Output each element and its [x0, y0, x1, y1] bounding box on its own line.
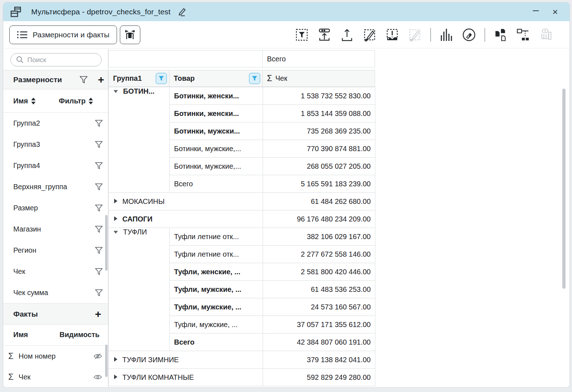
- group-cell[interactable]: САПОГИ: [109, 210, 263, 228]
- filter-icon: [95, 183, 103, 191]
- dimension-name: Размер: [13, 204, 38, 212]
- visibility-off-button[interactable]: [93, 353, 102, 360]
- close-button[interactable]: ×: [548, 5, 562, 19]
- search-input[interactable]: [10, 53, 102, 66]
- dimension-filter-icon[interactable]: [95, 204, 103, 212]
- expand-triangle-icon: [113, 216, 118, 221]
- group-cell[interactable]: ТУФЛИ КОМНАТНЫЕ: [109, 369, 263, 386]
- product-cell[interactable]: Туфли, мужские, ...: [170, 298, 263, 316]
- value-column-header[interactable]: Σ Чек: [263, 70, 375, 87]
- dimension-filter-icon[interactable]: [95, 120, 103, 127]
- group-filter-button[interactable]: [156, 73, 167, 84]
- product-cell[interactable]: Туфли, женские, ...: [170, 263, 263, 281]
- group-label: ТУФЛИ: [123, 228, 147, 236]
- product-cell[interactable]: Ботинки, мужски...: [170, 122, 263, 140]
- fact-row[interactable]: ΣНом номер: [3, 346, 108, 367]
- value-cell[interactable]: 2 581 800 420 446.00: [263, 263, 375, 281]
- dimension-row[interactable]: Верхняя_группа: [3, 176, 108, 197]
- value-cell[interactable]: 2 277 672 558 146.00: [263, 246, 375, 263]
- table-scrollbar-thumb[interactable]: [562, 89, 566, 289]
- value-cell[interactable]: 61 484 262 680.00: [263, 193, 375, 210]
- fact-row[interactable]: ΣЧек: [3, 367, 108, 387]
- dimensions-filter-icon[interactable]: [79, 76, 88, 84]
- import-icon[interactable]: [317, 27, 332, 43]
- pivot-top-header-row: Всего: [108, 50, 375, 67]
- expand-triangle-icon: [113, 198, 118, 204]
- value-cell[interactable]: 1 853 144 359 088.00: [263, 105, 375, 122]
- bar-chart-icon[interactable]: [439, 27, 454, 43]
- product-cell[interactable]: Ботинки, женски...: [170, 105, 263, 122]
- product-cell[interactable]: Всего: [170, 333, 263, 351]
- group-cell[interactable]: БОТИН...: [109, 87, 170, 193]
- value-cell[interactable]: 770 390 874 881.00: [263, 140, 375, 158]
- dimension-row[interactable]: Размер: [3, 197, 108, 219]
- product-cell[interactable]: Туфли, мужские, ...: [170, 316, 263, 333]
- minimize-button[interactable]: –: [529, 3, 543, 21]
- value-cell[interactable]: 42 384 807 060 191.00: [263, 333, 375, 351]
- structure-icon[interactable]: [516, 27, 530, 43]
- product-cell[interactable]: Туфли, мужские, ...: [170, 281, 263, 298]
- value-cell[interactable]: 96 176 480 234 209.00: [263, 210, 375, 228]
- value-cell[interactable]: 37 057 171 355 612.00: [263, 316, 375, 333]
- dimension-row[interactable]: Чек: [3, 261, 108, 282]
- facts-scrollbar-thumb[interactable]: [105, 345, 108, 377]
- product-cell[interactable]: Всего: [170, 175, 263, 193]
- product-cell[interactable]: Ботинки, мужские,...: [170, 158, 263, 175]
- group-cell[interactable]: МОКАСИНЫ: [109, 193, 263, 210]
- add-fact-button[interactable]: +: [93, 309, 103, 319]
- total-column-header: Всего: [263, 50, 375, 67]
- value-cell[interactable]: 1 538 732 552 830.00: [263, 87, 375, 105]
- facts-title: Факты: [13, 310, 38, 318]
- value-cell[interactable]: 592 829 249 280.00: [263, 369, 375, 386]
- dimension-row[interactable]: Группа2: [3, 113, 108, 134]
- dimension-row[interactable]: Чек сумма: [3, 282, 108, 303]
- expand-triangle-icon: [113, 356, 118, 362]
- dimension-name: Группа3: [13, 140, 40, 149]
- copy-multisphere-icon[interactable]: [493, 27, 508, 43]
- group-column-header[interactable]: Группа1: [108, 70, 169, 87]
- filter-column-header[interactable]: Фильтр: [59, 97, 94, 105]
- filter-icon: [95, 289, 103, 297]
- force-update-icon[interactable]: [385, 27, 399, 43]
- value-cell[interactable]: 61 483 536 253.00: [263, 281, 375, 298]
- add-calculated-icon[interactable]: [362, 27, 377, 43]
- group-cell[interactable]: ТУФЛИ ЗИМНИЕ: [109, 351, 263, 369]
- dimension-filter-icon[interactable]: [95, 289, 103, 297]
- rename-icon[interactable]: [176, 6, 187, 17]
- value-cell[interactable]: 379 138 842 041.00: [263, 351, 375, 369]
- dimensions-scrollbar-thumb[interactable]: [105, 215, 108, 271]
- dimension-row[interactable]: Группа3: [3, 134, 108, 155]
- name-column-header[interactable]: Имя: [13, 97, 36, 105]
- dimension-name: Чек сумма: [13, 289, 48, 297]
- export-icon[interactable]: [340, 27, 354, 43]
- facts-section-header: Факты +: [3, 303, 108, 324]
- product-cell[interactable]: Ботинки, женски...: [170, 87, 263, 105]
- group-cell[interactable]: ТУФЛИ: [109, 228, 170, 351]
- fit-columns-button[interactable]: [120, 25, 140, 44]
- dimension-row[interactable]: Магазин: [3, 219, 108, 240]
- product-filter-button[interactable]: [249, 73, 260, 84]
- dimension-filter-icon[interactable]: [95, 247, 103, 254]
- compass-icon[interactable]: [462, 27, 476, 43]
- dimension-filter-icon[interactable]: [95, 268, 103, 275]
- dimension-row[interactable]: Группа4: [3, 155, 108, 176]
- product-cell[interactable]: Ботинки, мужские,...: [170, 140, 263, 158]
- sigma-icon: Σ: [267, 74, 272, 83]
- dimension-row[interactable]: Регион: [3, 240, 108, 261]
- add-dimension-button[interactable]: +: [97, 74, 106, 85]
- value-cell[interactable]: 382 106 029 167.00: [263, 228, 375, 246]
- product-cell[interactable]: Туфли летние отк...: [170, 246, 263, 263]
- dimension-filter-icon[interactable]: [95, 162, 103, 169]
- visibility-on-button[interactable]: [93, 374, 102, 380]
- product-cell[interactable]: Туфли летние отк...: [170, 228, 263, 246]
- dimension-filter-icon[interactable]: [95, 183, 103, 191]
- filter-table-icon[interactable]: [295, 27, 309, 43]
- value-cell[interactable]: 24 573 160 567.00: [263, 298, 375, 316]
- dimensions-facts-button[interactable]: Размерности и факты: [9, 25, 117, 44]
- value-cell[interactable]: 268 055 027 205.00: [263, 158, 375, 175]
- product-column-header[interactable]: Товар: [169, 70, 263, 87]
- dimension-filter-icon[interactable]: [95, 141, 103, 148]
- dimension-filter-icon[interactable]: [95, 225, 103, 233]
- value-cell[interactable]: 5 165 591 183 239.00: [263, 175, 375, 193]
- value-cell[interactable]: 735 268 369 235.00: [263, 122, 375, 140]
